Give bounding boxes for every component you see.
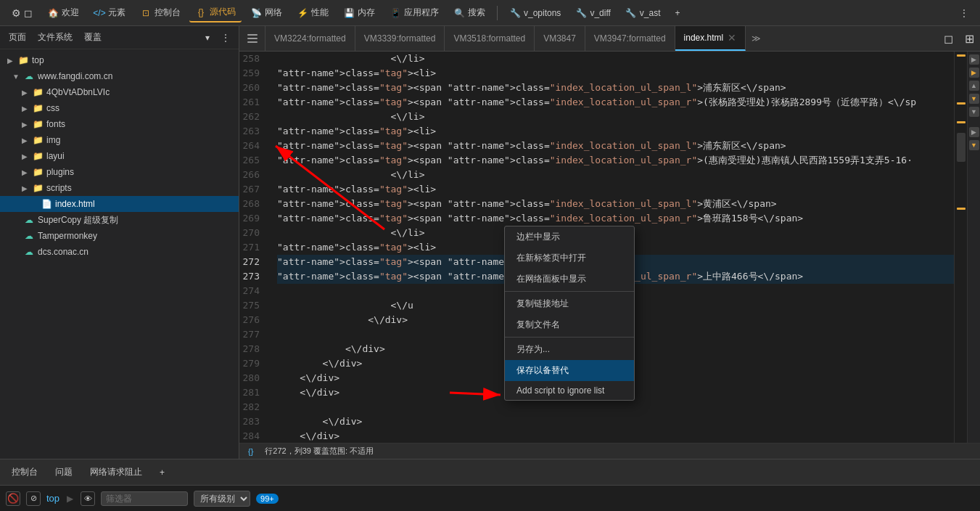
tree-arrow-layui: ▶ [20,152,29,160]
sidebar-tab-overrides[interactable]: 覆盖 [81,30,104,45]
svg-rect-2 [247,41,258,43]
code-line-267: "attr-name">class="tag"><li> [277,182,954,197]
toolbar-tab-icon[interactable]: ⚙ ◻ [6,7,38,19]
app-icon: 📱 [390,7,401,19]
context-menu-save-override[interactable]: 保存以备替代 [505,360,634,381]
sidebar-tab-filesystem[interactable]: 文件系统 [35,30,75,45]
tree-item-fonts[interactable]: ▶ 📁 fonts [0,116,239,132]
console-area: 🚫 ⊘ top ▶ 👁 所有级别 99+ [0,485,980,511]
toolbar-elements[interactable]: </> 元素 [88,4,131,22]
far-right-btn-7[interactable]: ▼ [969,140,979,150]
toolbar-console[interactable]: ⊡ 控制台 [134,4,186,22]
tab-vm3339[interactable]: VM3339:formatted [355,26,445,51]
v-options-icon: 🔧 [509,7,521,19]
sidebar: 页面 文件系统 覆盖 ▾ ⋮ ▶ 📁 top ▼ ☁ www.fangdi.c [0,26,239,459]
toolbar-source[interactable]: {} 源代码 [189,3,242,23]
bottom-tab-console[interactable]: 控制台 [6,463,44,481]
toolbar-welcome[interactable]: 🏠 欢迎 [41,4,85,22]
console-top-label[interactable]: top [46,493,59,504]
code-line-282 [277,400,954,414]
toolbar-performance[interactable]: ⚡ 性能 [291,4,334,22]
scroll-marker-3[interactable] [957,121,965,123]
toolbar-v-ast[interactable]: 🔧 v_ast [619,4,667,22]
toolbar-add[interactable]: + [670,5,686,21]
tree-item-dcs[interactable]: ▶ ☁ dcs.conac.cn [0,244,239,260]
context-menu-sidebar-show[interactable]: 边栏中显示 [505,226,634,248]
folder-icon-top: 📁 [17,54,29,66]
context-menu-add-ignore[interactable]: Add script to ignore list [505,381,634,400]
tab-sidebar-toggle[interactable] [239,26,265,51]
tree-arrow-css: ▶ [20,105,29,113]
tree-arrow-www: ▼ [12,73,20,81]
bottom-tab-add[interactable]: + [154,465,170,481]
sidebar-dropdown[interactable]: ▾ [202,31,213,44]
editor-wrapper: 2582592602612622632642652662672682692702… [239,52,980,443]
far-right-btn-2[interactable]: ▶ [969,68,979,78]
toolbar-memory[interactable]: 💾 内存 [337,4,381,22]
console-level-select[interactable]: 所有级别 [194,491,250,507]
tree-label-fonts: fonts [46,119,65,129]
tree-item-img[interactable]: ▶ 📁 img [0,132,239,148]
context-menu-open-new-tab[interactable]: 在新标签页中打开 [505,248,634,269]
console-filter-input[interactable] [101,491,188,506]
context-menu-save-as[interactable]: 另存为... [505,339,634,360]
scroll-marker-4[interactable] [957,208,965,210]
tab-bar-grid[interactable]: ⊞ [959,29,980,49]
console-eye-btn[interactable]: 👁 [81,491,95,506]
tab-vm3224[interactable]: VM3224:formatted [265,26,355,51]
sidebar-tab-page[interactable]: 页面 [6,30,29,45]
context-menu-divider-1 [505,291,634,292]
toolbar-search[interactable]: 🔍 搜索 [448,4,491,22]
bottom-tab-issues[interactable]: 问题 [49,463,78,481]
far-right-btn-3[interactable]: ▲ [969,81,979,91]
tab-vm3847[interactable]: VM3847 [535,26,585,51]
tree-item-tampermonkey[interactable]: ▶ ☁ Tampermonkey [0,228,239,244]
tree-item-scripts[interactable]: ▶ 📁 scripts [0,180,239,196]
console-clear-btn[interactable]: 🚫 [6,491,20,506]
tab-vm3518-label: VM3518:formatted [453,33,525,44]
context-item-label-7: 保存以备替代 [516,364,569,377]
far-right-btn-5[interactable]: ▼ [969,107,979,117]
scroll-marker-2[interactable] [957,102,965,105]
console-badge-wrapper: 99+ [256,494,279,504]
toolbar-v-diff[interactable]: 🔧 v_diff [569,4,616,22]
toolbar-app[interactable]: 📱 应用程序 [384,4,445,22]
tab-bar-extra[interactable]: ◻ [938,29,959,49]
bottom-tab-network-block[interactable]: 网络请求阻止 [84,463,148,481]
tree-item-css[interactable]: ▶ 📁 css [0,100,239,116]
folder-icon-css: 📁 [32,102,44,114]
tree-label-index: index.html [55,199,95,209]
tab-close-index[interactable]: ✕ [728,32,736,44]
context-item-label-3: 在网络面板中显示 [516,273,586,285]
file-icon-index: 📄 [41,198,52,210]
tab-index-html[interactable]: index.html ✕ [675,26,746,51]
tree-item-4qb[interactable]: ▶ 📁 4QbVtADbnLVIc [0,84,239,100]
tree-item-plugins[interactable]: ▶ 📁 plugins [0,164,239,180]
context-menu-copy-filename[interactable]: 复制文件名 [505,314,634,335]
context-item-label-5: 复制文件名 [516,319,560,331]
source-icon: {} [195,7,207,18]
tree-arrow-4qb: ▶ [20,89,29,97]
tree-item-top[interactable]: ▶ 📁 top [0,52,239,68]
tab-vm3947[interactable]: VM3947:formatted [585,26,675,51]
context-menu-copy-link[interactable]: 复制链接地址 [505,293,634,314]
far-right-btn-4[interactable]: ▼ [969,94,979,104]
scroll-marker-1[interactable] [957,54,965,57]
toolbar-settings[interactable]: ⋮ [954,5,974,21]
toolbar-v-options[interactable]: 🔧 v_opitons [503,4,567,22]
tab-vm3518[interactable]: VM3518:formatted [445,26,535,51]
far-right-btn-1[interactable]: ▶ [969,54,979,65]
tree-item-index-html[interactable]: ▶ 📄 index.html [0,196,239,212]
code-line-258: <\/li> [277,52,954,66]
tree-item-www[interactable]: ▼ ☁ www.fangdi.com.cn [0,68,239,84]
tab-overflow[interactable]: ≫ [746,33,767,44]
toolbar-network[interactable]: 📡 网络 [244,4,288,22]
context-menu-network-panel[interactable]: 在网络面板中显示 [505,269,634,290]
scroll-thumb[interactable] [957,133,965,162]
tree-item-supercopy[interactable]: ▶ ☁ SuperCopy 超级复制 [0,212,239,228]
sidebar-more[interactable]: ⋮ [218,31,233,44]
context-item-label-4: 复制链接地址 [516,298,569,310]
console-filter-toggle[interactable]: ⊘ [26,491,41,506]
tree-item-layui[interactable]: ▶ 📁 layui [0,148,239,164]
far-right-btn-6[interactable]: ▶ [969,127,979,137]
